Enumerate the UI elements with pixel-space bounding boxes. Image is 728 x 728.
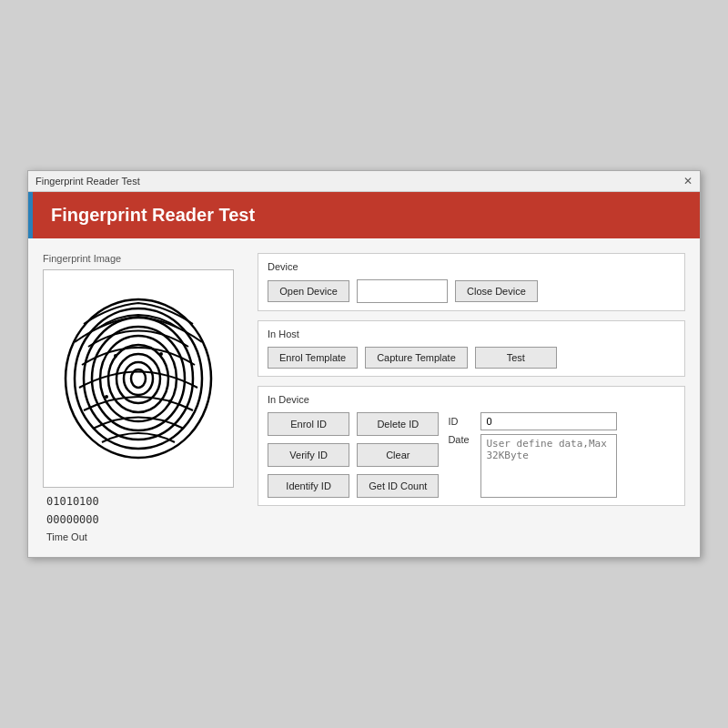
title-bar: Fingerprint Reader Test ✕ (28, 171, 700, 192)
main-columns: Fingerprint Image (43, 253, 685, 542)
window-title: Fingerprint Reader Test (35, 176, 140, 187)
header-bar: Fingerprint Reader Test (28, 192, 700, 238)
in-device-right: ID Date (448, 412, 630, 498)
fingerprint-label: Fingerprint Image (43, 253, 243, 264)
open-device-button[interactable]: Open Device (268, 280, 349, 302)
device-section-title: Device (268, 261, 675, 272)
main-window: Fingerprint Reader Test ✕ Fingerprint Re… (27, 170, 701, 558)
device-row: Open Device Close Device (268, 279, 675, 303)
identify-id-button[interactable]: Identify ID (268, 474, 349, 498)
id-row: ID (448, 412, 630, 430)
right-panel: Device Open Device Close Device In Host … (258, 253, 685, 542)
content-area: Fingerprint Image (28, 238, 700, 557)
in-device-buttons: Enrol ID Delete ID Verify ID Clear Ident… (268, 412, 439, 498)
get-id-count-button[interactable]: Get ID Count (357, 474, 439, 498)
in-device-content: Enrol ID Delete ID Verify ID Clear Ident… (268, 412, 675, 498)
binary-line2: 00000000 (46, 513, 241, 526)
in-host-section: In Host Enrol Template Capture Template … (258, 320, 685, 377)
bottom-section: 01010100 00000000 Time Out (43, 495, 243, 542)
verify-id-button[interactable]: Verify ID (268, 443, 349, 467)
fingerprint-image-box (43, 269, 234, 488)
test-button[interactable]: Test (475, 347, 557, 369)
close-icon[interactable]: ✕ (683, 175, 693, 187)
device-section: Device Open Device Close Device (258, 253, 685, 311)
svg-point-12 (105, 395, 108, 399)
id-label: ID (448, 416, 475, 427)
in-host-btn-row: Enrol Template Capture Template Test (268, 347, 675, 369)
svg-point-11 (159, 352, 163, 356)
svg-point-10 (114, 354, 117, 358)
enrol-template-button[interactable]: Enrol Template (268, 347, 358, 369)
left-panel: Fingerprint Image (43, 253, 243, 542)
date-label: Date (448, 434, 475, 445)
device-input[interactable] (357, 279, 448, 303)
capture-template-button[interactable]: Capture Template (365, 347, 468, 369)
in-host-title: In Host (268, 329, 675, 339)
date-textarea[interactable] (480, 434, 617, 498)
id-input[interactable] (480, 412, 617, 430)
fingerprint-svg (47, 274, 229, 483)
svg-point-13 (168, 399, 172, 403)
in-device-title: In Device (268, 394, 675, 405)
clear-button[interactable]: Clear (357, 443, 439, 467)
status-text: Time Out (46, 531, 241, 542)
app-title: Fingerprint Reader Test (51, 205, 255, 225)
date-row: Date (448, 434, 630, 498)
binary-line1: 01010100 (46, 495, 241, 508)
delete-id-button[interactable]: Delete ID (357, 412, 439, 436)
enrol-id-button[interactable]: Enrol ID (268, 412, 349, 436)
in-device-section: In Device Enrol ID Delete ID Verify ID C… (258, 386, 685, 506)
close-device-button[interactable]: Close Device (455, 280, 538, 302)
